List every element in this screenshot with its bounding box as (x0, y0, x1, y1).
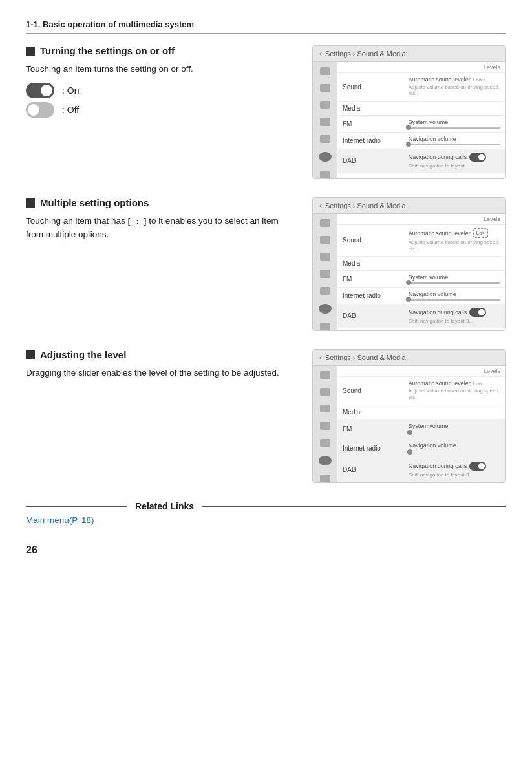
section-on-off-title-text: Turning the settings on or off (40, 45, 175, 56)
related-links-wrapper: Related Links Main menu(P. 18) (26, 501, 506, 525)
row-right-sound-3: Automatic sound leveler Low Adjusts volu… (409, 380, 500, 401)
row-badge-2: Automatic sound leveler Lo> (409, 228, 500, 238)
mockup-row-navcalls-1: DAB Navigation during calls Shift naviga… (337, 149, 505, 173)
sidebar-icon-2-3 (320, 253, 330, 261)
row-right-navvol-2: Navigation volume (409, 291, 500, 301)
section-multiple-title-text: Multiple setting options (40, 197, 149, 208)
sidebar-dot-3 (319, 456, 332, 465)
toggle-off-label: : Off (62, 105, 79, 115)
section-multiple-left: Multiple setting options Touching an ite… (26, 197, 293, 331)
row-right-navvol-3: Navigation volume (409, 442, 500, 455)
row-right-sound-1: Automatic sound leveler Low › Adjusts vo… (409, 76, 500, 98)
sidebar-icon-2 (320, 84, 330, 92)
section-on-off-mockup: ‹ Settings › Sound & Media Levels (312, 45, 506, 179)
row-right-fm-2: System volume (409, 274, 500, 284)
small-toggle-navcalls-1 (469, 153, 486, 162)
mockup-back-arrow-3: ‹ (319, 353, 322, 362)
sidebar-icon-2-5 (320, 287, 330, 295)
row-title-navcalls-1: Navigation during calls (409, 154, 467, 160)
page-number: 26 (26, 544, 506, 556)
row-title-fm-2: System volume (409, 274, 500, 281)
related-link-main-menu[interactable]: Main menu(P. 18) (26, 515, 506, 525)
slider-bar-navvol-1 (409, 144, 500, 145)
mockup-main-2: Levels Sound Automatic sound leveler Lo>… (337, 214, 505, 330)
related-links-line-left (26, 506, 127, 507)
row-label-navcalls-1: DAB (343, 157, 409, 164)
col3-label-left (343, 368, 484, 374)
related-links-line-right (202, 506, 506, 507)
mockup-back-arrow-2: ‹ (319, 201, 322, 210)
col3-label-right: Levels (484, 368, 500, 374)
title-marker-2 (26, 198, 35, 208)
row-title-fm-3: System volume (409, 423, 500, 429)
mockup-col-header-1: Levels (337, 62, 505, 73)
mockup-row-navvol-2: Internet radio Navigation volume (337, 288, 505, 305)
row-label-navvol-1: Internet radio (343, 137, 409, 144)
row-right-fm-1: System volume (409, 119, 500, 129)
dashed-box-2: Lo> (473, 228, 489, 238)
mockup-header-text-2: Settings › Sound & Media (325, 202, 406, 209)
section-adjusting-title: Adjusting the level (26, 349, 293, 360)
row-label-sound-1: Sound (343, 83, 409, 91)
row-slider-fm-2 (409, 282, 500, 284)
row-label-navcalls-3: DAB (343, 466, 409, 473)
mockup-content-1: Levels Sound Automatic sound leveler Low… (313, 62, 505, 178)
row-badge-3: Automatic sound leveler Low (409, 380, 500, 387)
row-sub-sound-1: Adjusts volume based on driving speed, e… (409, 84, 500, 98)
toggle-on-label: : On (62, 85, 79, 96)
section-adjusting-left: Adjusting the level Dragging the slider … (26, 349, 293, 483)
sidebar-icon-2-4 (320, 270, 330, 277)
row-label-fm-1: FM (343, 120, 409, 127)
row-label-media-2: Media (343, 260, 409, 267)
sidebar-icon-3 (320, 101, 330, 109)
mockup-content-3: Levels Sound Automatic sound leveler Low… (313, 366, 505, 482)
sidebar-dot-1 (319, 152, 332, 162)
slider-highlight-fm-3 (409, 431, 411, 435)
row-slider-fm-1 (409, 127, 500, 129)
row-title-sound-1: Automatic sound leveler (409, 76, 471, 83)
col2-label-left (343, 216, 484, 222)
section-on-off-body: Touching an item turns the setting on or… (26, 63, 293, 76)
mockup-panel-1: ‹ Settings › Sound & Media Levels (312, 45, 506, 179)
section-multiple-mockup: ‹ Settings › Sound & Media Levels (312, 197, 506, 331)
row-label-sound-2: Sound (343, 237, 409, 244)
toggle-off-icon (26, 102, 54, 118)
row-right-navvol-1: Navigation volume (409, 136, 500, 145)
sidebar-icon-6 (320, 171, 330, 178)
row-title-sound-2: Automatic sound leveler (409, 230, 471, 237)
page-header: 1-1. Basic operation of multimedia syste… (26, 19, 506, 34)
row-right-navcalls-1: Navigation during calls Shift navigation… (409, 153, 500, 169)
sidebar-icon-2-2 (320, 236, 330, 244)
mockup-row-media-1: Media (337, 102, 505, 116)
mockup-row-media-2: Media (337, 257, 505, 271)
mockup-row-media-3: Media (337, 405, 505, 420)
small-toggle-navcalls-2 (469, 308, 486, 317)
header-text: 1-1. Basic operation of multimedia syste… (26, 19, 194, 29)
mockup-row-sound-3: Sound Automatic sound leveler Low Adjust… (337, 377, 505, 405)
mockup-row-navvol-1: Internet radio Navigation volume (337, 133, 505, 149)
sidebar-icon-1 (320, 67, 330, 75)
row-title-navcalls-3: Navigation during calls (409, 463, 467, 469)
slider-bar-fm-1 (409, 127, 500, 129)
row-right-navcalls-3: Navigation during calls Shift navigation… (409, 462, 500, 478)
col-label-left (343, 64, 484, 70)
small-toggle-navcalls-3 (469, 462, 486, 471)
slider-bar-navvol-2 (409, 299, 500, 301)
toggle-on-icon (26, 83, 54, 98)
low-badge-3: Low (473, 381, 483, 387)
row-right-sound-2: Automatic sound leveler Lo> Adjusts volu… (409, 228, 500, 253)
col-label-right: Levels (484, 64, 500, 70)
row-title-navcalls-2: Navigation during calls (409, 309, 467, 315)
mockup-row-sound-1: Sound Automatic sound leveler Low › Adju… (337, 73, 505, 102)
row-title-navvol-1: Navigation volume (409, 136, 500, 142)
mockup-row-fm-3: FM System volume (337, 420, 505, 439)
row-right-badge-1: Automatic sound leveler Low › (409, 76, 500, 83)
mockup-header-text-3: Settings › Sound & Media (325, 354, 406, 361)
row-slider-navvol-2 (409, 299, 500, 301)
slider-highlight-navvol-3 (409, 450, 411, 455)
row-title-fm-1: System volume (409, 119, 500, 125)
sidebar-icon-4 (320, 118, 330, 125)
row-slider-fm-3 (409, 431, 500, 435)
mockup-row-fm-2: FM System volume (337, 271, 505, 288)
row-label-navvol-3: Internet radio (343, 445, 409, 452)
